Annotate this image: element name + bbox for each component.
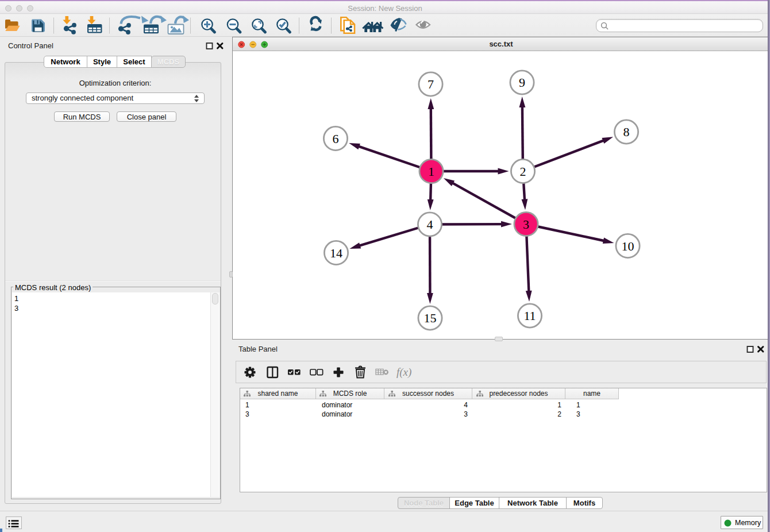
svg-text:10: 10 (622, 239, 634, 253)
svg-text:9: 9 (519, 75, 525, 90)
svg-text:6: 6 (333, 132, 339, 146)
svg-text:14: 14 (330, 246, 342, 260)
svg-text:f(x): f(x) (396, 366, 411, 379)
svg-text:8: 8 (623, 125, 630, 139)
svg-text:3: 3 (523, 217, 529, 232)
svg-text:1: 1 (428, 164, 434, 179)
svg-text:7: 7 (428, 77, 434, 91)
svg-text:11: 11 (523, 309, 536, 323)
svg-text:4: 4 (427, 217, 433, 232)
svg-text:2: 2 (520, 164, 526, 179)
svg-text:15: 15 (424, 311, 437, 325)
